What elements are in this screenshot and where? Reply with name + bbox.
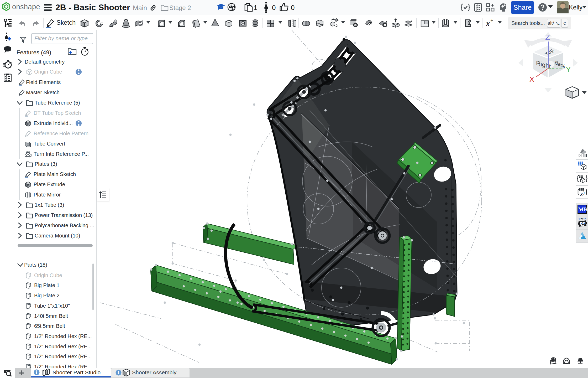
svg-text:X: X (529, 75, 534, 84)
svg-text:Z: Z (545, 33, 550, 42)
svg-text:+: + (490, 18, 493, 23)
svg-text:Y: Y (566, 65, 571, 74)
svg-text:): ) (583, 190, 585, 195)
svg-text:x: x (580, 190, 583, 197)
svg-text:x: x (486, 19, 490, 28)
